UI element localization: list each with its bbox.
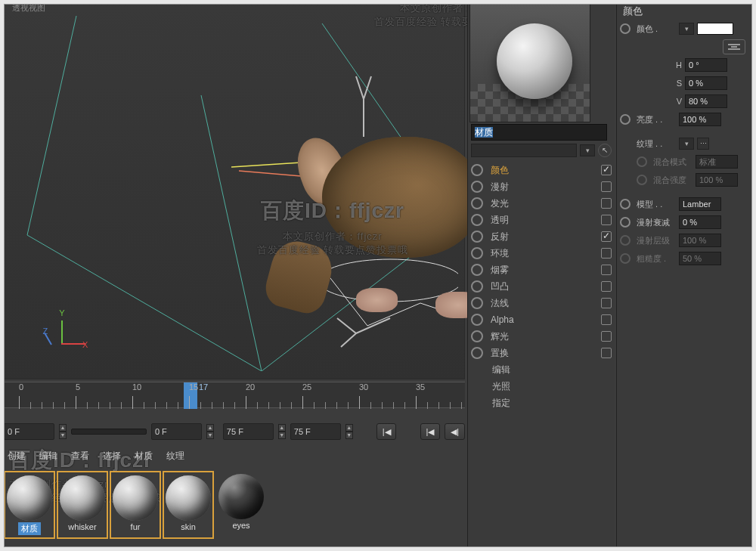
channel-label: 凹凸 xyxy=(491,280,601,293)
channel-row[interactable]: 凹凸 xyxy=(471,278,612,295)
start-frame-a[interactable]: 0 F xyxy=(4,423,54,440)
menu-edit[interactable]: 编辑 xyxy=(39,450,57,463)
material-slot[interactable]: eyes xyxy=(215,471,267,539)
channel-row[interactable]: 置换 xyxy=(471,345,612,361)
texture-dropdown[interactable]: ▾ xyxy=(679,138,694,150)
checkbox[interactable] xyxy=(601,215,612,225)
checkbox[interactable] xyxy=(601,265,612,275)
color-swatch[interactable] xyxy=(697,23,733,35)
radio-icon[interactable] xyxy=(471,214,483,226)
radio-icon[interactable] xyxy=(471,330,483,342)
texture-picker-button[interactable]: ⋯ xyxy=(697,138,709,150)
checkbox[interactable] xyxy=(601,165,612,175)
radio-icon xyxy=(637,156,647,167)
checkbox[interactable] xyxy=(601,281,612,292)
channel-extra[interactable]: 编辑 xyxy=(471,361,612,378)
spinner-down-icon[interactable]: ▼ xyxy=(278,432,286,439)
end-frame-b[interactable]: 75 F xyxy=(290,423,341,440)
select-target-icon[interactable]: ↖ xyxy=(598,144,612,157)
timeline-tick: 0 xyxy=(19,382,23,407)
radio-icon[interactable] xyxy=(471,181,483,193)
channel-row[interactable]: 法线 xyxy=(471,295,612,311)
material-slot[interactable]: fur xyxy=(110,471,161,539)
collapse-icon[interactable] xyxy=(723,39,745,54)
material-preview[interactable] xyxy=(469,2,590,122)
checkbox[interactable] xyxy=(601,248,612,258)
radio-icon[interactable] xyxy=(471,231,483,243)
radio-icon[interactable] xyxy=(471,297,483,309)
s-field[interactable]: 0 % xyxy=(685,76,727,90)
material-slot[interactable]: whisker xyxy=(57,471,108,539)
channel-row[interactable]: 颜色 xyxy=(471,162,612,178)
material-slot-label: 材质 xyxy=(18,522,41,535)
radio-icon[interactable] xyxy=(620,23,631,34)
checkbox[interactable] xyxy=(601,298,612,308)
diffuse-level-field: 100 % xyxy=(679,234,721,247)
channel-row[interactable]: 烟雾 xyxy=(471,262,612,278)
channel-row[interactable]: 发光 xyxy=(471,195,612,212)
chevron-down-icon[interactable]: ▾ xyxy=(679,23,694,35)
spinner-down-icon[interactable]: ▼ xyxy=(59,432,67,439)
radio-icon[interactable] xyxy=(471,247,483,259)
menu-texture[interactable]: 纹理 xyxy=(166,450,184,463)
axis-gizmo[interactable]: Y X Z xyxy=(35,307,88,352)
material-slot[interactable]: skin xyxy=(163,471,214,539)
radio-icon[interactable] xyxy=(620,114,631,125)
menu-material[interactable]: 材质 xyxy=(135,450,153,463)
material-name-input[interactable]: 材质 xyxy=(471,124,607,141)
shading-model-field[interactable]: Lamber xyxy=(679,197,721,211)
checkbox[interactable] xyxy=(601,181,612,192)
channel-row[interactable]: 透明 xyxy=(471,212,612,228)
brightness-field[interactable]: 100 % xyxy=(679,113,721,126)
radio-icon[interactable] xyxy=(620,217,631,228)
material-slot[interactable]: 材质 xyxy=(4,471,55,539)
diffuse-falloff-field[interactable]: 0 % xyxy=(679,215,721,229)
spinner-up-icon[interactable]: ▲ xyxy=(206,424,214,432)
channel-row[interactable]: 辉光 xyxy=(471,328,612,345)
roughness-field: 50 % xyxy=(679,252,721,265)
shader-type-dropdown[interactable] xyxy=(471,144,577,157)
timeline-tick: 5 xyxy=(76,382,80,407)
h-field[interactable]: 0 ° xyxy=(685,58,727,72)
checkbox[interactable] xyxy=(601,348,612,358)
spinner-up-icon[interactable]: ▲ xyxy=(278,424,286,432)
channel-label: 反射 xyxy=(491,231,601,243)
start-frame-b[interactable]: 0 F xyxy=(151,423,202,440)
menu-select[interactable]: 选择 xyxy=(103,450,121,463)
spinner-up-icon[interactable]: ▲ xyxy=(59,424,67,432)
radio-icon[interactable] xyxy=(471,264,483,276)
play-back-button[interactable]: ◀| xyxy=(445,423,465,440)
checkbox[interactable] xyxy=(601,231,612,242)
material-preview-ball-icon xyxy=(113,475,158,521)
end-frame-a[interactable]: 75 F xyxy=(223,423,274,440)
radio-icon[interactable] xyxy=(471,347,483,359)
radio-icon[interactable] xyxy=(620,199,631,209)
menu-view[interactable]: 查看 xyxy=(71,450,89,463)
timeline[interactable]: 17 0510152025303540 xyxy=(4,382,465,423)
checkbox[interactable] xyxy=(601,314,612,325)
prev-frame-button[interactable]: |◀ xyxy=(420,423,441,440)
menu-create[interactable]: 创建 xyxy=(8,450,26,463)
channel-extra[interactable]: 光照 xyxy=(471,378,612,395)
range-slider[interactable] xyxy=(71,429,147,435)
channel-row[interactable]: 反射 xyxy=(471,228,612,245)
attribute-panel: 颜色 颜色 . ▾ H 0 ° S 0 % V 80 % 亮度 . . 100 … xyxy=(616,0,756,551)
spinner-up-icon[interactable]: ▲ xyxy=(345,424,353,432)
radio-icon[interactable] xyxy=(471,197,483,209)
radio-icon[interactable] xyxy=(471,164,483,176)
channel-row[interactable]: 环境 xyxy=(471,245,612,262)
v-field[interactable]: 80 % xyxy=(685,94,727,108)
spinner-down-icon[interactable]: ▼ xyxy=(345,432,353,439)
goto-start-button[interactable]: |◀ xyxy=(376,423,397,440)
preview-sphere-icon xyxy=(497,23,572,99)
channel-row[interactable]: 漫射 xyxy=(471,178,612,195)
channel-extra[interactable]: 指定 xyxy=(471,395,612,411)
spinner-down-icon[interactable]: ▼ xyxy=(206,432,214,439)
radio-icon[interactable] xyxy=(471,280,483,293)
checkbox[interactable] xyxy=(601,198,612,209)
chevron-down-icon[interactable]: ▾ xyxy=(580,144,595,156)
viewport[interactable]: 透视视图 Y X Z xyxy=(4,0,465,379)
checkbox[interactable] xyxy=(601,331,612,342)
radio-icon[interactable] xyxy=(471,314,483,326)
channel-row[interactable]: Alpha xyxy=(471,311,612,328)
